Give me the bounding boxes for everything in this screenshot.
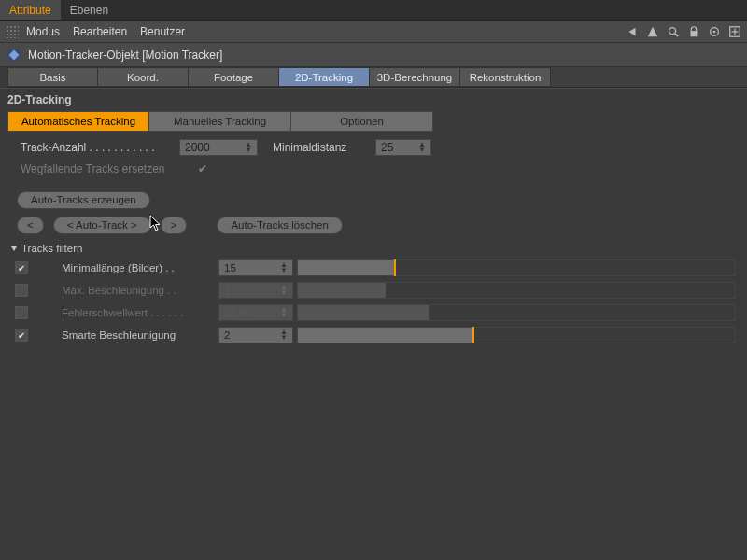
filter-label: Minimallänge (Bilder) . . (62, 262, 218, 273)
search-icon[interactable] (667, 25, 680, 38)
svg-rect-2 (691, 31, 698, 36)
menubar: Modus Bearbeiten Benutzer (0, 21, 747, 43)
filter-slider[interactable] (297, 259, 736, 276)
replace-lost-checkbox[interactable]: ✔ (198, 162, 207, 175)
filters-heading[interactable]: Tracks filtern (0, 240, 747, 257)
menu-bearbeiten[interactable]: Bearbeiten (73, 25, 127, 38)
params-area: Track-Anzahl . . . . . . . . . . . 2000▲… (0, 135, 747, 186)
filter-checkbox[interactable] (15, 306, 28, 319)
filter-slider (297, 282, 736, 299)
filter-value-field: 1▲▼ (218, 282, 293, 299)
svg-point-4 (713, 30, 716, 33)
sub-tab-automatisches-tracking[interactable]: Automatisches Tracking (7, 111, 149, 132)
step-forward-button[interactable]: > (161, 217, 188, 234)
filter-checkbox[interactable] (15, 284, 28, 297)
filter-row: Max. Beschleunigung . .1▲▼ (15, 279, 736, 301)
up-arrow-icon[interactable] (646, 25, 659, 38)
menu-benutzer[interactable]: Benutzer (140, 25, 185, 38)
back-arrow-icon[interactable] (626, 25, 639, 38)
section-heading: 2D-Tracking (0, 88, 747, 111)
filter-checkbox[interactable]: ✔ (15, 261, 28, 274)
top-tab-attribute[interactable]: Attribute (0, 0, 61, 20)
spinner-icon[interactable]: ▲▼ (418, 142, 426, 153)
min-distance-field[interactable]: 25▲▼ (375, 139, 431, 156)
track-count-field[interactable]: 2000▲▼ (179, 139, 258, 156)
section-tabs: BasisKoord.Footage2D-Tracking3D-Berechnu… (7, 67, 747, 88)
filter-slider[interactable] (297, 327, 736, 343)
filter-slider (297, 304, 736, 321)
step-back-button[interactable]: < (17, 217, 44, 234)
filter-label: Smarte Beschleunigung (62, 329, 218, 341)
filter-row: Fehlerschwellwert . . . . . .25 %▲▼ (15, 301, 736, 324)
section-tab-koord-[interactable]: Koord. (98, 67, 189, 87)
filter-value-field[interactable]: 15▲▼ (218, 259, 293, 276)
replace-lost-label: Wegfallende Tracks ersetzen (21, 162, 198, 175)
filter-value-field[interactable]: 2▲▼ (218, 327, 293, 343)
object-header: Motion-Tracker-Objekt [Motion Tracker] (0, 43, 747, 67)
slider-marker (394, 259, 396, 276)
section-tab-basis[interactable]: Basis (7, 67, 98, 87)
slider-marker (472, 327, 474, 343)
target-icon[interactable] (708, 25, 721, 38)
auto-track-button[interactable]: < Auto-Track > (53, 217, 151, 234)
motion-tracker-icon (6, 47, 22, 63)
track-count-label: Track-Anzahl . . . . . . . . . . . (21, 141, 179, 154)
section-tab-footage[interactable]: Footage (189, 67, 279, 87)
sub-tabs: Automatisches TrackingManuelles Tracking… (7, 111, 740, 132)
filter-value-field: 25 %▲▼ (218, 304, 293, 321)
spinner-icon[interactable]: ▲▼ (245, 142, 252, 153)
create-auto-tracks-button[interactable]: Auto-Tracks erzeugen (17, 191, 150, 209)
filter-row: ✔Minimallänge (Bilder) . .15▲▼ (15, 257, 736, 279)
delete-auto-tracks-button[interactable]: Auto-Tracks löschen (217, 217, 342, 234)
section-tab-2d-tracking[interactable]: 2D-Tracking (279, 67, 370, 87)
transport-row: < < Auto-Track > > Auto-Tracks löschen (0, 215, 747, 240)
section-tab-3d-berechnung[interactable]: 3D-Berechnung (370, 67, 460, 87)
filter-checkbox[interactable]: ✔ (15, 329, 28, 342)
new-pane-icon[interactable] (728, 25, 741, 38)
filter-row: ✔Smarte Beschleunigung2▲▼ (15, 324, 736, 346)
sub-tab-optionen[interactable]: Optionen (291, 111, 433, 132)
svg-line-1 (675, 33, 679, 36)
top-tab-strip: Attribute Ebenen (0, 0, 747, 21)
min-distance-label: Minimaldistanz (273, 141, 375, 154)
sub-tab-manuelles-tracking[interactable]: Manuelles Tracking (149, 111, 291, 132)
svg-point-0 (669, 27, 676, 34)
filter-label: Max. Beschleunigung . . (62, 285, 218, 296)
top-tab-ebenen[interactable]: Ebenen (61, 0, 118, 20)
section-tab-rekonstruktion[interactable]: Rekonstruktion (460, 67, 551, 87)
create-row: Auto-Tracks erzeugen (0, 186, 747, 215)
filter-label: Fehlerschwellwert . . . . . . (62, 307, 218, 318)
grip-icon (6, 25, 19, 38)
filter-rows: ✔Minimallänge (Bilder) . .15▲▼Max. Besch… (0, 257, 747, 352)
menu-modus[interactable]: Modus (26, 25, 60, 38)
disclosure-triangle-icon (11, 246, 17, 251)
object-title: Motion-Tracker-Objekt [Motion Tracker] (28, 49, 222, 62)
lock-icon[interactable] (687, 25, 700, 38)
